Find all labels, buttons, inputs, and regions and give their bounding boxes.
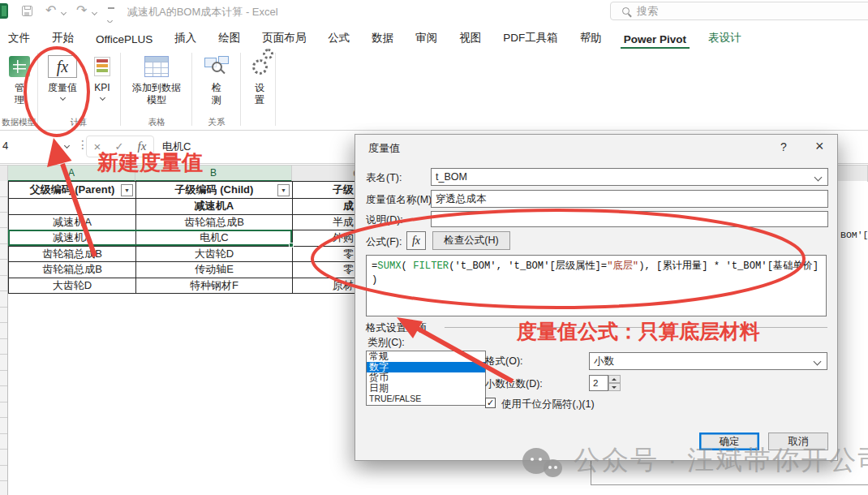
- tab-文件[interactable]: 文件: [8, 31, 30, 45]
- table-column-header: 父级编码 (Parent)▼: [9, 182, 136, 199]
- formula-token: (: [402, 260, 414, 272]
- group-separator: [37, 53, 38, 126]
- name-box-dropdown-icon[interactable]: [64, 143, 70, 148]
- excel-logo-icon: [0, 3, 8, 19]
- tab-审阅[interactable]: 审阅: [415, 31, 437, 45]
- table-cell[interactable]: 原材: [293, 278, 355, 295]
- add-to-data-model-label: 添加到数据模型: [131, 82, 182, 106]
- tab-PDF工具箱[interactable]: PDF工具箱: [503, 31, 558, 45]
- stepper-down-icon[interactable]: [608, 383, 621, 391]
- cancel-entry-icon[interactable]: ×: [94, 140, 101, 153]
- window-title: 减速机A的BOM成本计算 - Excel: [127, 5, 278, 19]
- table-cell[interactable]: 齿轮箱总成B: [136, 215, 293, 231]
- measure-button[interactable]: fx 度量值: [39, 54, 86, 100]
- thousand-separator-checkbox[interactable]: ✓: [485, 398, 496, 408]
- measure-name-label: 度量值名称(M):: [366, 193, 435, 207]
- ok-button[interactable]: 确定: [699, 433, 759, 450]
- formula-bar-value[interactable]: 电机C: [162, 140, 191, 154]
- table-cell[interactable]: 特种钢材F: [136, 278, 293, 295]
- column-header-A[interactable]: A: [8, 166, 135, 182]
- measure-label: 度量值: [47, 82, 78, 94]
- measure-dropdown-icon: [59, 95, 65, 101]
- dialog-help-button[interactable]: ?: [780, 140, 787, 153]
- fill-handle[interactable]: [289, 243, 294, 248]
- stepper-up-icon[interactable]: [608, 375, 621, 383]
- table-cell[interactable]: 齿轮箱总成B: [9, 247, 136, 263]
- ribbon-tab-row: 文件开始OfficePLUS插入绘图页面布局公式数据审阅视图PDF工具箱帮助Po…: [0, 23, 868, 49]
- confirm-entry-icon[interactable]: ✓: [115, 140, 124, 153]
- description-input[interactable]: [431, 211, 828, 227]
- insert-function-button[interactable]: fx: [406, 231, 426, 250]
- format-combobox[interactable]: 小数: [589, 352, 827, 370]
- name-box[interactable]: 4: [2, 140, 8, 152]
- formula-token: ('t_BOM', 't_BOM'[层级属性]=: [449, 260, 607, 272]
- dialog-close-icon[interactable]: ×: [815, 138, 824, 155]
- tab-开始[interactable]: 开始: [52, 31, 74, 45]
- formula-token: SUMX: [377, 260, 401, 272]
- kpi-button[interactable]: KPI: [86, 54, 118, 100]
- detect-relationship-icon: [204, 56, 229, 77]
- data-model-icon: [9, 56, 30, 77]
- redo-dropdown-icon[interactable]: [92, 10, 97, 15]
- table-cell[interactable]: 齿轮箱总成B: [9, 262, 136, 278]
- settings-button[interactable]: 设置: [243, 54, 276, 106]
- redo-icon[interactable]: ↷: [76, 2, 87, 19]
- tab-表设计[interactable]: 表设计: [708, 31, 741, 45]
- cell-selection-outline: [8, 230, 292, 246]
- table-cell[interactable]: 零: [293, 262, 355, 278]
- measure-name-input[interactable]: 穿透总成本: [431, 190, 828, 208]
- tab-视图[interactable]: 视图: [459, 31, 481, 45]
- table-cell[interactable]: [9, 199, 136, 215]
- kpi-dropdown-icon: [99, 95, 105, 101]
- manage-data-model-button[interactable]: 管理: [2, 54, 37, 106]
- table-row: 减速机A齿轮箱总成B半成: [9, 215, 355, 231]
- category-option[interactable]: 日期: [367, 383, 485, 394]
- tab-页面布局[interactable]: 页面布局: [262, 31, 306, 45]
- cancel-button[interactable]: 取消: [768, 433, 828, 450]
- measure-name-value: 穿透总成本: [436, 192, 487, 206]
- check-formula-button[interactable]: 检查公式(H): [432, 231, 510, 250]
- dialog-title: 度量值: [368, 141, 400, 156]
- tab-帮助[interactable]: 帮助: [580, 31, 602, 45]
- tab-插入[interactable]: 插入: [174, 31, 196, 45]
- tab-OfficePLUS[interactable]: OfficePLUS: [96, 33, 153, 45]
- category-option[interactable]: TRUE/FALSE: [367, 394, 485, 404]
- manage-label: 管理: [12, 82, 27, 106]
- measure-dialog: 度量值 ? × 表名(T): t_BOM 度量值名称(M): 穿透总成本 说明(…: [355, 134, 838, 461]
- table-name-combobox[interactable]: t_BOM: [431, 168, 828, 186]
- column-header-B[interactable]: B: [135, 166, 292, 182]
- table-cell[interactable]: 零: [293, 247, 355, 263]
- category-label: 类别(C):: [367, 336, 405, 350]
- table-row: 减速机A成: [9, 199, 355, 215]
- category-listbox[interactable]: 常规数字货币日期TRUE/FALSE: [366, 351, 486, 406]
- undo-dropdown-icon[interactable]: [61, 10, 67, 15]
- detect-button[interactable]: 检测: [195, 54, 238, 106]
- insert-function-icon[interactable]: fx: [138, 140, 147, 153]
- corner-cell[interactable]: [0, 166, 8, 182]
- tab-数据[interactable]: 数据: [372, 31, 393, 45]
- table-cell[interactable]: 减速机A: [9, 215, 136, 231]
- table-cell[interactable]: 大齿轮D: [136, 247, 293, 263]
- filter-dropdown-icon[interactable]: ▼: [121, 184, 133, 196]
- search-input[interactable]: 搜索: [610, 2, 868, 20]
- table-cell[interactable]: 传动轴E: [136, 262, 293, 278]
- table-name-label: 表名(T):: [366, 171, 402, 185]
- table-cell[interactable]: 减速机A: [136, 199, 293, 215]
- tab-绘图[interactable]: 绘图: [218, 31, 240, 45]
- tab-Power Pivot[interactable]: Power Pivot: [624, 33, 686, 45]
- table-cell[interactable]: 外购: [293, 230, 355, 247]
- formula-editor[interactable]: =SUMX( FILTER('t_BOM', 't_BOM'[层级属性]="底层…: [366, 255, 827, 316]
- undo-icon[interactable]: ↶: [45, 2, 56, 19]
- table-row: 齿轮箱总成B大齿轮D零: [9, 247, 355, 263]
- formula-bar-buttons: × ✓ fx: [86, 136, 154, 157]
- title-bar: ↶ ↷ 减速机A的BOM成本计算 - Excel 搜索: [0, 0, 868, 23]
- tab-公式[interactable]: 公式: [328, 31, 350, 45]
- add-to-data-model-button[interactable]: 添加到数据模型: [123, 54, 190, 106]
- decimal-places-stepper[interactable]: 2: [589, 375, 621, 391]
- filter-dropdown-icon[interactable]: ▼: [277, 184, 290, 196]
- formula-token: FILTER: [413, 260, 449, 272]
- table-cell[interactable]: 大齿轮D: [9, 278, 136, 295]
- table-cell[interactable]: 半成: [293, 215, 355, 231]
- save-icon[interactable]: [22, 6, 32, 16]
- table-cell[interactable]: 成: [293, 199, 355, 215]
